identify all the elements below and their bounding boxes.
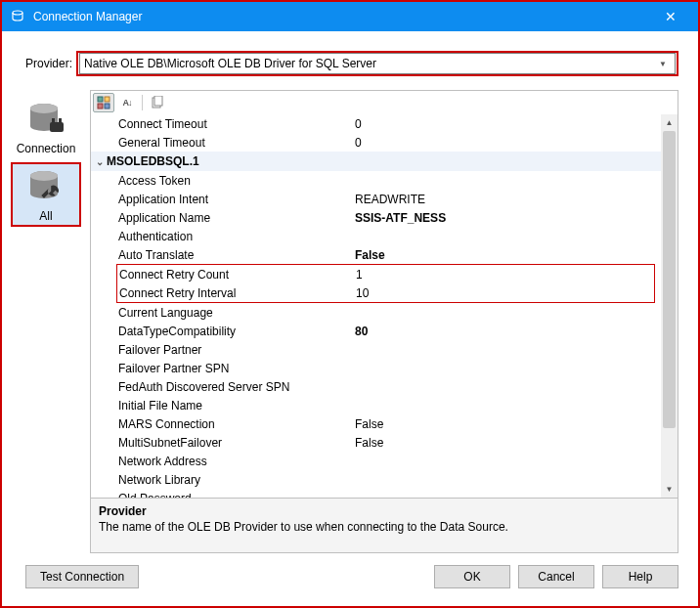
propgrid-toolbar: A↓	[91, 91, 678, 114]
provider-value: Native OLE DB\Microsoft OLE DB Driver fo…	[84, 57, 376, 70]
description-text: The name of the OLE DB Provider to use w…	[99, 520, 670, 534]
scroll-up-icon[interactable]: ▲	[661, 114, 678, 131]
prop-row: Current Language	[91, 303, 661, 322]
prop-row: Application NameSSIS-ATF_NESS	[91, 208, 661, 227]
prop-row: Application IntentREADWRITE	[91, 190, 661, 208]
svg-rect-9	[105, 97, 109, 102]
prop-row: Network Address	[91, 452, 661, 470]
retry-highlight: Connect Retry Count1 Connect Retry Inter…	[116, 264, 655, 303]
property-pages-button[interactable]	[147, 93, 168, 112]
provider-highlight: Native OLE DB\Microsoft OLE DB Driver fo…	[76, 51, 678, 76]
svg-rect-5	[59, 118, 62, 124]
provider-row: Provider: Native OLE DB\Microsoft OLE DB…	[2, 51, 698, 90]
svg-rect-11	[105, 104, 109, 109]
prop-row: DataTypeCompatibility80	[91, 322, 661, 340]
tab-all-label: All	[39, 209, 52, 223]
prop-row: Auto TranslateFalse	[91, 245, 661, 264]
test-connection-button[interactable]: Test Connection	[25, 565, 139, 588]
prop-row: FedAuth Discovered Server SPN	[91, 377, 661, 396]
chevron-down-icon: ▼	[655, 60, 671, 68]
prop-row: MultiSubnetFailoverFalse	[91, 433, 661, 452]
svg-point-2	[30, 104, 58, 113]
ok-button[interactable]: OK	[434, 565, 510, 588]
collapse-icon: ⌄	[93, 156, 107, 167]
side-tabs: Connection All	[2, 90, 90, 553]
grid-scroll-area: Connect Timeout0 General Timeout0 ⌄ MSOL…	[91, 114, 661, 498]
provider-dropdown[interactable]: Native OLE DB\Microsoft OLE DB Driver fo…	[79, 53, 676, 74]
categorized-icon	[97, 96, 110, 109]
scroll-down-icon[interactable]: ▼	[661, 481, 678, 498]
cancel-button[interactable]: Cancel	[518, 565, 594, 588]
provider-label: Provider:	[25, 57, 76, 70]
pages-icon	[151, 96, 164, 109]
prop-row: Connect Retry Interval10	[117, 283, 654, 302]
window-title: Connection Manager	[33, 10, 651, 23]
scroll-track[interactable]	[661, 131, 678, 481]
tab-connection[interactable]: Connection	[11, 96, 81, 158]
vertical-scrollbar[interactable]: ▲ ▼	[661, 114, 678, 498]
prop-row: Old Password	[91, 489, 661, 498]
close-button[interactable]: ✕	[651, 2, 690, 31]
prop-row: Initial File Name	[91, 396, 661, 414]
alpha-icon: A↓	[123, 98, 132, 108]
prop-row: Authentication	[91, 227, 661, 245]
categorized-button[interactable]	[93, 93, 114, 112]
svg-rect-10	[98, 104, 103, 109]
tab-connection-label: Connection	[17, 142, 76, 155]
svg-rect-8	[98, 97, 103, 102]
prop-row: Access Token	[91, 171, 661, 190]
svg-point-0	[13, 11, 22, 15]
app-icon	[10, 9, 25, 24]
toolbar-separator	[142, 95, 143, 110]
prop-row: General Timeout0	[91, 133, 661, 152]
help-button[interactable]: Help	[602, 565, 678, 588]
button-row: Test Connection OK Cancel Help	[2, 553, 698, 606]
prop-row: Connect Retry Count1	[117, 265, 654, 283]
database-wrench-icon	[22, 168, 69, 207]
tab-all[interactable]: All	[11, 162, 81, 227]
svg-rect-4	[52, 118, 55, 124]
svg-rect-13	[154, 96, 162, 106]
main-area: Connection All	[2, 90, 698, 553]
svg-point-7	[30, 171, 58, 181]
prop-row: Connect Timeout0	[91, 114, 661, 133]
property-grid: A↓ Connect Timeout0 General Timeout0	[90, 90, 678, 553]
prop-row: Failover Partner SPN	[91, 359, 661, 377]
dialog-content: Provider: Native OLE DB\Microsoft OLE DB…	[2, 31, 698, 606]
alphabetical-button[interactable]: A↓	[116, 93, 138, 112]
titlebar: Connection Manager ✕	[2, 2, 698, 31]
database-plug-icon	[22, 101, 69, 140]
prop-row: MARS ConnectionFalse	[91, 414, 661, 433]
category-header[interactable]: ⌄ MSOLEDBSQL.1	[91, 152, 661, 171]
prop-row: Failover Partner	[91, 340, 661, 359]
prop-row: Network Library	[91, 470, 661, 489]
grid-wrap: Connect Timeout0 General Timeout0 ⌄ MSOL…	[91, 114, 678, 498]
description-pane: Provider The name of the OLE DB Provider…	[91, 498, 678, 552]
scroll-thumb[interactable]	[663, 131, 676, 428]
description-title: Provider	[99, 504, 670, 518]
